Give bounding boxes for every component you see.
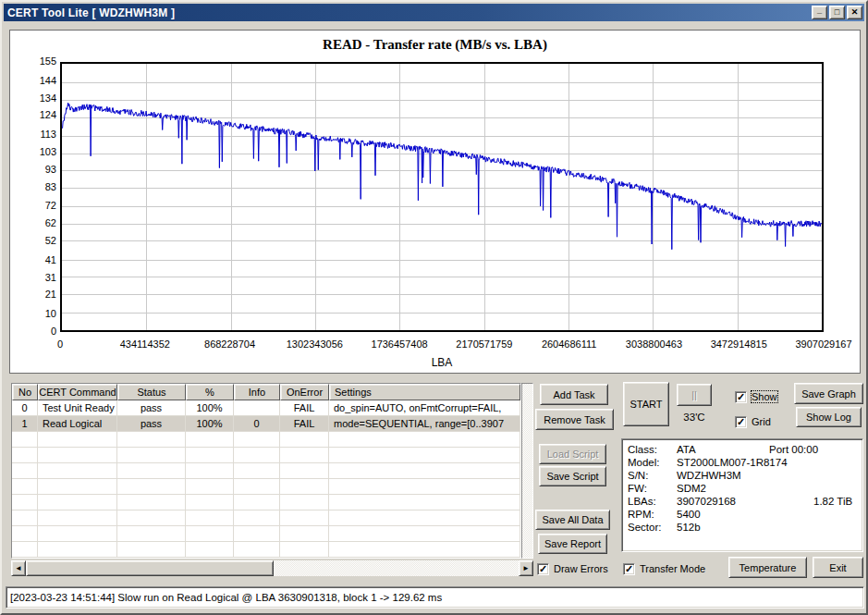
table-empty-row[interactable] (12, 495, 520, 510)
transfer-rate-chart-panel: READ - Transfer rate (MB/s vs. LBA) 1551… (9, 30, 861, 374)
table-cell-status: pass (117, 400, 186, 416)
table-cell-no (12, 479, 38, 495)
save-all-data-button[interactable]: Save All Data (535, 510, 610, 530)
scrollbar-thumb[interactable] (26, 560, 274, 576)
minimize-button[interactable]: _ (812, 6, 827, 19)
exit-button[interactable]: Exit (813, 557, 863, 578)
table-empty-row[interactable] (12, 463, 520, 479)
table-cell-settings (329, 558, 520, 559)
chart-svg (62, 64, 822, 330)
save-script-button[interactable]: Save Script (539, 466, 606, 486)
table-cell-command (38, 448, 117, 463)
table-row[interactable]: 0Test Unit Readypass100%FAILdo_spin=AUTO… (12, 400, 520, 416)
y-tick-label: 103 (12, 146, 56, 157)
y-tick-label: 41 (12, 254, 56, 265)
close-button[interactable]: ✕ (847, 6, 862, 19)
x-tick-label: 0 (21, 338, 99, 350)
show-checkbox-row: ✓ Show (735, 390, 777, 403)
drive-info-row: RPM:5400 (628, 508, 862, 521)
drive-info-value: SDM2 (677, 482, 706, 495)
table-cell-status: pass (117, 416, 186, 432)
table-empty-row[interactable] (12, 510, 520, 526)
show-checkbox[interactable]: ✓ (735, 391, 747, 403)
x-tick-label: 3907029167 (785, 338, 862, 350)
table-cell-info (234, 542, 280, 558)
drive-info-label: RPM: (628, 508, 654, 521)
table-cell-settings (329, 510, 520, 526)
table-cell-percent (186, 526, 234, 542)
task-table[interactable]: NoCERT CommandStatus%InfoOnErrorSettings… (11, 383, 521, 559)
table-cell-command (38, 432, 117, 448)
column-header-settings[interactable]: Settings (329, 384, 520, 400)
grid-checkbox[interactable]: ✓ (735, 416, 747, 428)
draw-errors-checkbox[interactable]: ✓ (537, 563, 549, 575)
table-cell-no (12, 432, 38, 448)
table-cell-no (12, 526, 38, 542)
app-window: CERT Tool Lite [ WDZHWH3M ] _ □ ✕ READ -… (0, 0, 868, 615)
table-cell-settings: do_spin=AUTO, onFmtCorrupt=FAIL, (329, 400, 520, 416)
table-horizontal-scrollbar[interactable]: ◄ ► (11, 560, 533, 576)
save-graph-button[interactable]: Save Graph (794, 383, 863, 404)
transfer-mode-checkbox[interactable]: ✓ (623, 563, 635, 575)
column-header--[interactable]: % (186, 384, 234, 400)
table-empty-row[interactable] (12, 432, 520, 448)
save-report-button[interactable]: Save Report (538, 534, 607, 554)
drive-info-label: LBAs: (628, 495, 656, 508)
temperature-reading: 33'C (675, 412, 714, 423)
draw-errors-checkbox-label[interactable]: Draw Errors (554, 563, 608, 574)
drive-info-row: FW:SDM2 (628, 482, 862, 495)
table-cell-settings (329, 432, 520, 448)
table-cell-percent (186, 542, 234, 558)
table-empty-row[interactable] (12, 558, 520, 559)
maximize-button[interactable]: □ (829, 6, 845, 19)
column-header-info[interactable]: Info (234, 384, 280, 400)
column-header-cert-command[interactable]: CERT Command (38, 384, 117, 400)
table-empty-row[interactable] (12, 448, 520, 463)
column-header-no[interactable]: No (12, 384, 38, 400)
remove-task-button[interactable]: Remove Task (535, 409, 614, 430)
table-cell-onerror (280, 558, 329, 559)
show-log-button[interactable]: Show Log (796, 407, 862, 427)
grid-checkbox-row: ✓ Grid (735, 415, 771, 428)
temperature-button[interactable]: Temperature (728, 557, 807, 578)
transfer-mode-checkbox-label[interactable]: Transfer Mode (640, 563, 705, 574)
table-cell-percent (186, 495, 234, 510)
drive-info-value: WDZHWH3M (677, 469, 741, 482)
column-header-status[interactable]: Status (117, 384, 186, 400)
table-cell-percent (186, 432, 234, 448)
grid-checkbox-label[interactable]: Grid (752, 416, 771, 427)
drive-info-extra: 1.82 TiB (813, 495, 852, 508)
table-cell-onerror (280, 526, 329, 542)
scroll-left-icon[interactable]: ◄ (11, 560, 26, 576)
scroll-right-icon[interactable]: ► (519, 560, 533, 576)
table-row[interactable]: 1Read Logicalpass100%0FAILmode=SEQUENTIA… (12, 416, 520, 432)
transfer-mode-checkbox-row: ✓ Transfer Mode (623, 562, 705, 575)
load-script-button[interactable]: Load Script (539, 444, 606, 464)
pause-button[interactable]: || (677, 384, 712, 406)
table-cell-status (117, 479, 186, 495)
table-empty-row[interactable] (12, 479, 520, 495)
table-cell-status (117, 510, 186, 526)
table-cell-settings (329, 526, 520, 542)
table-cell-info (234, 526, 280, 542)
table-cell-settings: mode=SEQUENTIAL, range=[0..3907 (329, 416, 520, 432)
drive-info-label: Model: (628, 456, 660, 469)
x-tick-label: 3472914815 (700, 338, 777, 350)
show-checkbox-label[interactable]: Show (752, 391, 777, 402)
table-cell-settings (329, 448, 520, 463)
y-tick-label: 124 (12, 109, 56, 120)
table-vertical-scrollbar[interactable] (521, 383, 533, 559)
table-cell-onerror (280, 495, 329, 510)
start-button[interactable]: START (623, 382, 669, 426)
add-task-button[interactable]: Add Task (540, 384, 608, 405)
table-cell-command: Read Logical (38, 416, 117, 432)
column-header-onerror[interactable]: OnError (280, 384, 329, 400)
drive-info-value: 5400 (677, 508, 701, 521)
table-cell-settings (329, 463, 520, 479)
table-empty-row[interactable] (12, 542, 520, 558)
drive-info-row: Sector:512b (628, 521, 862, 534)
table-empty-row[interactable] (12, 526, 520, 542)
table-cell-info (234, 495, 280, 510)
chart-title: READ - Transfer rate (MB/s vs. LBA) (10, 37, 860, 53)
table-cell-onerror: FAIL (280, 416, 329, 432)
